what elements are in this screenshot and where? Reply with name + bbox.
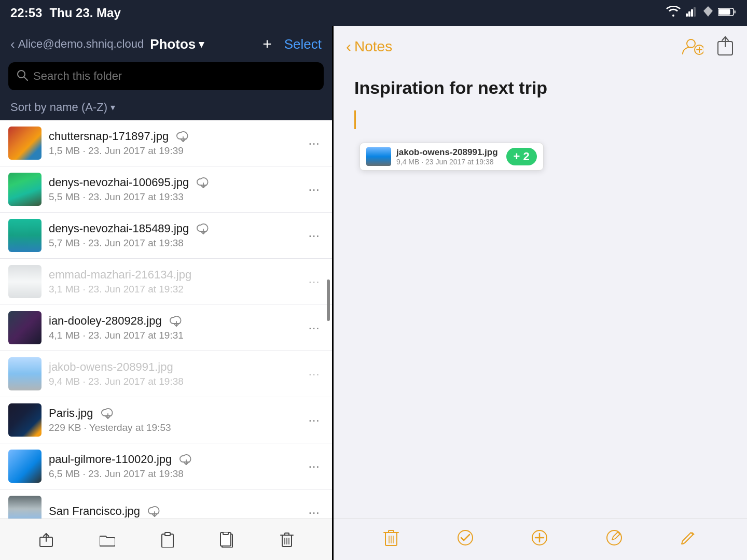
file-more-button[interactable]: ··· <box>304 228 324 244</box>
share-icon[interactable] <box>38 532 54 548</box>
status-bar-right <box>666 6 737 20</box>
multi-clipboard-icon[interactable] <box>220 532 234 548</box>
file-list-item[interactable]: Paris.jpg 229 KB · Yesterday at 19:53 ··… <box>0 397 332 443</box>
note-pen-icon[interactable] <box>606 529 622 550</box>
svg-rect-0 <box>686 13 688 17</box>
note-title: Inspiration for next trip <box>354 78 726 98</box>
file-info: chuttersnap-171897.jpg 1,5 MB · 23. Jun … <box>49 130 304 157</box>
svg-rect-5 <box>719 9 730 15</box>
status-time: 22:53 <box>10 6 42 20</box>
file-thumbnail <box>8 450 42 483</box>
file-thumbnail <box>8 219 42 252</box>
left-toolbar <box>0 519 332 560</box>
file-name: paul-gilmore-110020.jpg <box>49 453 304 466</box>
file-info: ian-dooley-280928.jpg 4,1 MB · 23. Jun 2… <box>49 314 304 341</box>
search-bar-container <box>0 62 332 96</box>
notes-back-chevron-icon: ‹ <box>346 38 351 55</box>
file-thumbnail <box>8 265 42 298</box>
svg-rect-22 <box>223 532 228 535</box>
file-more-button[interactable]: ··· <box>304 181 324 198</box>
svg-point-37 <box>458 530 473 545</box>
status-bar: 22:53 Thu 23. May <box>0 0 747 26</box>
file-meta: 5,7 MB · 23. Jun 2017 at 19:38 <box>49 237 304 249</box>
trash-icon[interactable] <box>280 532 294 548</box>
svg-rect-6 <box>734 10 736 13</box>
file-list-item[interactable]: ian-dooley-280928.jpg 4,1 MB · 23. Jun 2… <box>0 305 332 351</box>
svg-point-27 <box>687 39 695 48</box>
svg-rect-2 <box>691 9 693 17</box>
file-thumbnail <box>8 127 42 160</box>
left-header: ‹ Alice@demo.shniq.cloud Photos ▾ + Sele… <box>0 26 332 62</box>
file-meta: 1,5 MB · 23. Jun 2017 at 19:39 <box>49 145 304 157</box>
file-list-item[interactable]: paul-gilmore-110020.jpg 6,5 MB · 23. Jun… <box>0 443 332 489</box>
file-info: denys-nevozhai-185489.jpg 5,7 MB · 23. J… <box>49 222 304 249</box>
file-name: Paris.jpg <box>49 407 304 420</box>
left-panel: ‹ Alice@demo.shniq.cloud Photos ▾ + Sele… <box>0 26 332 560</box>
note-trash-icon[interactable] <box>383 529 399 550</box>
clipboard-icon[interactable] <box>161 532 174 548</box>
file-list-item[interactable]: San Francisco.jpg ··· <box>0 489 332 519</box>
drag-tooltip-info: jakob-owens-208991.jpg 9,4 MB · 23 Jun 2… <box>396 147 498 166</box>
share-icon[interactable] <box>716 35 735 58</box>
add-button[interactable]: + <box>262 35 272 53</box>
notes-back-button[interactable]: ‹ Notes <box>346 38 392 55</box>
file-meta: 9,4 MB · 23. Jun 2017 at 19:38 <box>49 376 304 387</box>
file-list-item[interactable]: denys-nevozhai-185489.jpg 5,7 MB · 23. J… <box>0 213 332 259</box>
file-list-item[interactable]: chuttersnap-171897.jpg 1,5 MB · 23. Jun … <box>0 120 332 166</box>
drag-count-badge: + 2 <box>506 148 537 165</box>
back-link[interactable]: ‹ Alice@demo.shniq.cloud <box>10 36 144 52</box>
file-name: jakob-owens-208991.jpg <box>49 360 304 374</box>
header-actions: + Select <box>262 35 322 53</box>
file-more-button[interactable]: ··· <box>304 458 324 474</box>
file-info: denys-nevozhai-100695.jpg 5,5 MB · 23. J… <box>49 176 304 203</box>
file-name: chuttersnap-171897.jpg <box>49 130 304 143</box>
folder-caret-icon: ▾ <box>199 38 204 50</box>
drag-tooltip: jakob-owens-208991.jpg 9,4 MB · 23 Jun 2… <box>359 143 544 171</box>
sort-bar[interactable]: Sort by name (A-Z) ▾ <box>0 96 332 120</box>
add-contact-icon[interactable] <box>681 34 703 59</box>
search-input[interactable] <box>33 69 315 83</box>
file-name: ian-dooley-280928.jpg <box>49 314 304 328</box>
file-list-item[interactable]: emmad-mazhari-216134.jpg 3,1 MB · 23. Ju… <box>0 259 332 305</box>
account-label[interactable]: Alice@demo.shniq.cloud <box>18 37 144 51</box>
file-more-button[interactable]: ··· <box>304 320 324 336</box>
right-panel: ‹ Notes <box>334 26 747 560</box>
file-meta: 4,1 MB · 23. Jun 2017 at 19:31 <box>49 330 304 341</box>
file-more-button[interactable]: ··· <box>304 505 324 519</box>
svg-rect-1 <box>688 11 690 17</box>
sort-label: Sort by name (A-Z) <box>10 101 107 114</box>
select-button[interactable]: Select <box>284 36 322 52</box>
file-more-button[interactable]: ··· <box>304 412 324 428</box>
scrollbar-handle[interactable] <box>327 279 330 321</box>
svg-rect-19 <box>165 533 170 536</box>
search-icon <box>17 69 28 83</box>
notes-label[interactable]: Notes <box>354 38 392 55</box>
note-edit-icon[interactable] <box>681 529 697 550</box>
file-more-button[interactable]: ··· <box>304 366 324 382</box>
svg-rect-3 <box>694 7 696 17</box>
folder-icon[interactable] <box>100 533 115 547</box>
file-meta: 5,5 MB · 23. Jun 2017 at 19:33 <box>49 191 304 203</box>
right-toolbar <box>334 519 747 560</box>
location-icon <box>703 6 713 20</box>
file-info: emmad-mazhari-216134.jpg 3,1 MB · 23. Ju… <box>49 268 304 295</box>
file-thumbnail <box>8 496 42 519</box>
search-bar <box>8 62 324 90</box>
note-add-icon[interactable] <box>531 529 548 550</box>
file-list-item[interactable]: jakob-owens-208991.jpg 9,4 MB · 23. Jun … <box>0 351 332 397</box>
file-info: Paris.jpg 229 KB · Yesterday at 19:53 <box>49 407 304 433</box>
file-name: emmad-mazhari-216134.jpg <box>49 268 304 282</box>
file-thumbnail <box>8 357 42 390</box>
file-more-button[interactable]: ··· <box>304 135 324 151</box>
file-meta: 6,5 MB · 23. Jun 2017 at 19:38 <box>49 468 304 480</box>
note-content[interactable]: Inspiration for next trip jakob-owens-20… <box>334 67 747 519</box>
file-meta: 229 KB · Yesterday at 19:53 <box>49 422 304 433</box>
drag-tooltip-filename: jakob-owens-208991.jpg <box>396 147 498 158</box>
back-chevron-icon: ‹ <box>10 36 15 52</box>
file-more-button[interactable]: ··· <box>304 274 324 290</box>
file-thumbnail <box>8 173 42 206</box>
note-check-icon[interactable] <box>457 529 474 550</box>
folder-title: Photos ▾ <box>150 36 204 52</box>
file-list-item[interactable]: denys-nevozhai-100695.jpg 5,5 MB · 23. J… <box>0 166 332 213</box>
file-thumbnail <box>8 403 42 437</box>
